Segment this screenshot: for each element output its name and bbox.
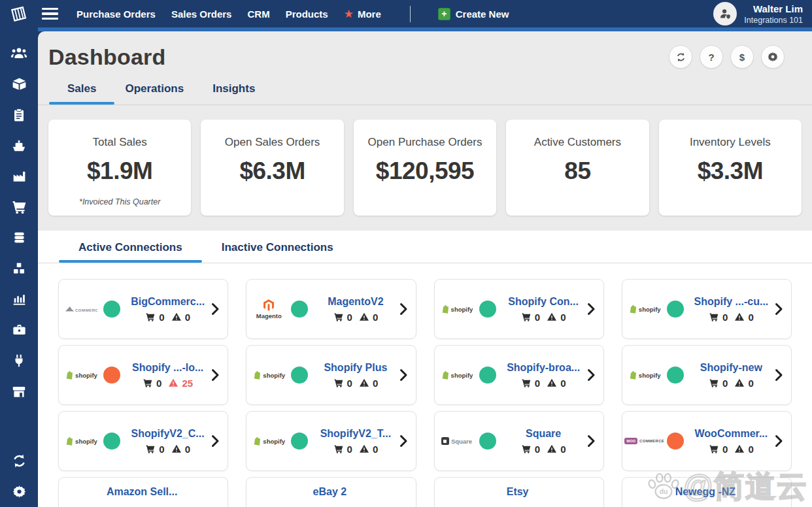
nav-more[interactable]: ★ More [344, 8, 381, 20]
connection-title[interactable]: ShopifyV2_C... [131, 428, 205, 440]
sidebar-item-products[interactable] [0, 69, 38, 99]
sidebar-item-orders[interactable] [0, 99, 38, 130]
orders-stat: 0 [709, 312, 728, 323]
connection-title[interactable]: Etsy [507, 486, 529, 498]
warning-icon [547, 312, 557, 322]
connection-card[interactable]: shopify Shopify Con... 0 0 [434, 279, 604, 339]
storefront-icon [10, 383, 27, 400]
connection-title[interactable]: Amazon Sell... [107, 486, 177, 498]
nav-products[interactable]: Products [286, 8, 328, 20]
sidebar-item-purchases[interactable] [0, 191, 38, 222]
tab-active-connections[interactable]: Active Connections [59, 231, 202, 263]
connection-title[interactable]: eBay 2 [313, 486, 347, 498]
warning-icon [734, 378, 745, 388]
user-menu[interactable]: Walter Lim Integrations 101 [713, 2, 803, 25]
sidebar-item-toolbox[interactable] [0, 314, 38, 345]
connection-info: Shopify Con... 0 0 [500, 296, 587, 323]
sidebar-item-finance[interactable] [0, 222, 38, 253]
warnings-stat: 0 [547, 444, 566, 455]
chevron-right-icon[interactable] [399, 434, 408, 448]
connection-info: Shopify-broa... 0 0 [500, 362, 587, 389]
cart-icon [333, 444, 344, 454]
sidebar-item-shipping[interactable] [0, 130, 38, 161]
chevron-right-icon[interactable] [775, 303, 783, 316]
kpi-label: Active Customers [506, 136, 649, 149]
connection-card[interactable]: Etsy [434, 477, 604, 507]
connection-card[interactable]: shopify ShopifyV2_C... 0 0 [58, 411, 228, 471]
nav-crm[interactable]: CRM [247, 8, 269, 20]
nav-sales-orders[interactable]: Sales Orders [171, 8, 232, 20]
connection-title[interactable]: Newegg -NZ [675, 486, 736, 498]
connection-title[interactable]: Square [526, 428, 561, 440]
create-new-button[interactable]: + Create New [438, 8, 509, 20]
connection-card[interactable]: eBay 2 [246, 477, 416, 507]
sidebar-item-inventory[interactable] [0, 253, 38, 284]
sidebar-item-settings[interactable] [0, 476, 38, 507]
cart-icon [709, 444, 719, 454]
sidebar-item-customers[interactable] [0, 38, 38, 69]
connection-title[interactable]: Shopify-new [700, 362, 762, 374]
connection-title[interactable]: BigCommerc... [131, 296, 205, 308]
sidebar-item-storefront[interactable] [0, 376, 38, 406]
sidebar-item-sync[interactable] [0, 446, 38, 476]
sidebar-item-integrations[interactable] [0, 345, 38, 376]
connection-card[interactable]: shopify Shopify-broa... 0 0 [434, 345, 604, 405]
orders-stat: 0 [145, 312, 164, 323]
help-button[interactable]: ? [700, 45, 723, 69]
connection-card[interactable]: shopify Shopify Plus 0 0 [246, 345, 416, 405]
connection-title[interactable]: MagentoV2 [328, 296, 383, 308]
chevron-right-icon[interactable] [775, 434, 783, 448]
hamburger-menu-icon[interactable] [42, 8, 58, 20]
connection-title[interactable]: Shopify ...-lo... [132, 362, 203, 374]
tab-insights[interactable]: Insights [212, 82, 255, 105]
connection-title[interactable]: Shopify ...-cu... [694, 296, 768, 308]
connection-info: MagentoV2 0 0 [312, 296, 399, 323]
warnings-stat: 0 [547, 312, 566, 323]
tab-operations[interactable]: Operations [125, 82, 184, 105]
connection-card[interactable]: WOO COMMERCE WooCommer... 0 0 [622, 411, 792, 471]
orders-stat: 0 [521, 378, 540, 389]
connection-card[interactable]: Newegg -NZ [622, 477, 792, 507]
connection-card[interactable]: shopify ShopifyV2_T... 0 0 [246, 411, 416, 471]
connection-card[interactable]: Amazon Sell... [58, 477, 228, 507]
connection-title[interactable]: ShopifyV2_T... [320, 428, 391, 440]
warning-icon [547, 378, 557, 388]
chevron-right-icon[interactable] [211, 303, 220, 316]
connection-title[interactable]: Shopify Con... [508, 296, 579, 308]
chevron-right-icon[interactable] [775, 368, 783, 382]
gear-icon [12, 484, 27, 499]
chevron-right-icon[interactable] [587, 368, 596, 382]
connection-title[interactable]: Shopify Plus [324, 362, 387, 374]
kpi-active-customers: Active Customers 85 [506, 120, 649, 216]
kpi-label: Total Sales [48, 136, 191, 149]
nav-purchase-orders[interactable]: Purchase Orders [76, 8, 156, 20]
connection-card[interactable]: shopify Shopify-new 0 0 [622, 345, 792, 405]
connection-title[interactable]: Shopify-broa... [507, 362, 580, 374]
tab-inactive-connections[interactable]: Inactive Connections [202, 231, 353, 263]
chevron-right-icon[interactable] [399, 303, 408, 316]
connection-card[interactable]: Magento MagentoV2 0 0 [246, 279, 416, 339]
tab-sales[interactable]: Sales [67, 82, 96, 105]
shopify-logo: shopify [628, 370, 662, 380]
connection-info: Shopify-new 0 0 [688, 362, 775, 389]
sidebar-item-manufacturing[interactable] [0, 161, 38, 191]
refresh-button[interactable] [669, 45, 692, 69]
orders-count: 0 [347, 444, 352, 455]
billing-button[interactable]: $ [730, 45, 754, 69]
connection-card[interactable]: shopify Shopify ...-lo... 0 25 [58, 345, 228, 405]
chevron-right-icon[interactable] [587, 303, 596, 316]
connection-card[interactable]: COMMERCE BigCommerc... 0 0 [58, 279, 228, 339]
warnings-count: 0 [185, 312, 190, 323]
sidebar-item-reports[interactable] [0, 284, 38, 314]
settings-button[interactable] [761, 45, 785, 69]
chevron-right-icon[interactable] [587, 434, 596, 448]
chevron-right-icon[interactable] [211, 434, 220, 448]
left-sidebar [0, 27, 38, 507]
chevron-right-icon[interactable] [399, 368, 408, 382]
connection-card[interactable]: Square Square 0 0 [434, 411, 604, 471]
orders-count: 0 [159, 312, 164, 323]
chevron-right-icon[interactable] [211, 368, 220, 382]
orders-stat: 0 [709, 378, 728, 389]
connection-title[interactable]: WooCommer... [695, 428, 768, 440]
connection-card[interactable]: shopify Shopify ...-cu... 0 0 [622, 279, 792, 339]
